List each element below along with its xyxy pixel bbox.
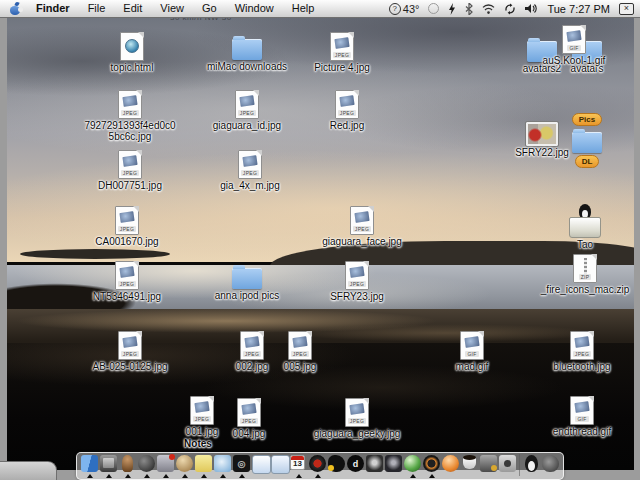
dock-item-target-icon[interactable] [308, 453, 327, 478]
apple-menu-icon[interactable] [10, 3, 21, 15]
desktop-icon-mad-gif[interactable]: GIFmad.gif [430, 331, 514, 372]
menu-item-view[interactable]: View [151, 0, 193, 17]
menu-item-finder[interactable]: Finder [27, 0, 79, 17]
weather-menu-item[interactable]: ? 43° [389, 2, 420, 15]
photo-stamp-icon [157, 455, 174, 472]
penguin-icon [525, 455, 538, 472]
menu-item-edit[interactable]: Edit [114, 0, 151, 17]
desktop-icon-folder-pills[interactable]: PicsDL [545, 112, 629, 169]
jpeg-file-icon: JPEG [288, 331, 312, 360]
weather-temperature: 43° [403, 3, 420, 15]
jpeg-file-icon: JPEG [335, 90, 359, 119]
desktop-icon-dh007751-jpg[interactable]: JPEGDH007751.jpg [88, 150, 172, 191]
desktop-icon-topic-html[interactable]: topic.html [90, 32, 174, 73]
dock-item-apple-window-icon[interactable] [498, 453, 517, 478]
bluetooth-status-icon[interactable] [465, 2, 473, 15]
moon-status-icon[interactable] [428, 2, 439, 15]
dock-item-document-icon[interactable] [251, 453, 270, 478]
calendar-icon: 13 [290, 455, 305, 470]
sync-status-icon[interactable] [504, 2, 516, 15]
desktop-icon-giaguara-face-jpg[interactable]: JPEGgiaguara_face.jpg [320, 206, 404, 247]
icon-label: NT5346491.jpg [93, 291, 161, 302]
jpeg-file-icon: JPEG [350, 206, 374, 235]
jpeg-file-icon: JPEG [235, 90, 259, 119]
desktop-icon-sfry23-jpg[interactable]: JPEGSFRY23.jpg [315, 261, 399, 302]
jpeg-file-icon: JPEG [570, 331, 594, 360]
desktop-icon-anna-ipod-pics[interactable]: anna ipod pics [205, 264, 289, 301]
desktop-icon-giaguara-id-jpg[interactable]: JPEGgiaguara_id.jpg [205, 90, 289, 131]
dock-item-runner-icon[interactable] [479, 453, 498, 478]
dock-item-finder-icon[interactable] [80, 453, 99, 478]
desktop-icon-gia-4x-m-jpg[interactable]: JPEGgia_4x_m.jpg [208, 150, 292, 191]
volume-status-icon[interactable] [525, 2, 538, 15]
desktop-icon-giaguara-geeky-jpg[interactable]: JPEGgiaguara_geeky.jpg [315, 398, 399, 439]
dock-item-orange-icon[interactable] [441, 453, 460, 478]
desktop-icon-endthread-gif[interactable]: GIFendthread.gif [540, 396, 624, 437]
dock-item-cat-icon[interactable] [327, 453, 346, 478]
dock-item-crystal-icon[interactable] [213, 453, 232, 478]
desktop-icon-ca001670-jpg[interactable]: JPEGCA001670.jpg [85, 206, 169, 247]
dock-item-document-icon-2[interactable] [270, 453, 289, 478]
desktop-icon-bluetooth-jpg[interactable]: JPEGbluetooth.jpg [540, 331, 624, 372]
dock-item-cloud-icon[interactable] [541, 453, 560, 478]
photo-thumb-glyph [241, 403, 256, 415]
menu-item-go[interactable]: Go [193, 0, 226, 17]
desktop-icon-tao[interactable]: Tao [543, 204, 627, 250]
icon-label: auS.Kool-1.gif [543, 55, 606, 66]
desktop-icon-red-jpg[interactable]: JPEGRed.jpg [305, 90, 389, 131]
lens-icon [423, 455, 440, 472]
desktop-icon-picture-4-jpg[interactable]: JPEGPicture 4.jpg [300, 32, 384, 73]
weather-question-icon: ? [389, 3, 401, 15]
dock-item-globe-icon[interactable] [175, 453, 194, 478]
jpeg-file-icon: JPEG [237, 398, 261, 427]
dock-item-monitor-icon[interactable] [99, 453, 118, 478]
photo-thumb-glyph [242, 155, 257, 167]
icon-label: 7927291393f4ed0c0 5bc6c.jpg [84, 120, 175, 142]
desktop-icon-005-jpg[interactable]: JPEG005.jpg [258, 331, 342, 372]
desktop-icon-7927291393f4ed0c0-5bc6c-jpg[interactable]: JPEG7927291393f4ed0c0 5bc6c.jpg [88, 90, 172, 142]
zip-file-icon: ZIP [573, 254, 597, 283]
dock-item-calendar-icon[interactable]: 13 [289, 453, 308, 478]
icon-label: Tao [577, 239, 593, 250]
gif-file-icon: GIF [570, 396, 594, 425]
jpeg-file-icon: JPEG [238, 150, 262, 179]
dock-item-disc-d-icon[interactable]: d [346, 453, 365, 478]
menu-item-window[interactable]: Window [226, 0, 283, 17]
menu-item-file[interactable]: File [79, 0, 115, 17]
dock-item-penguin-icon[interactable] [522, 453, 541, 478]
battery-bolt-icon[interactable] [448, 2, 456, 15]
dock-item-compass-icon[interactable] [137, 453, 156, 478]
background-window-corner[interactable] [0, 461, 57, 480]
desktop-icon-notes[interactable]: Notes [156, 438, 240, 449]
dock-item-coffee-cup-icon[interactable] [460, 453, 479, 478]
compass-icon [138, 455, 155, 472]
input-menu-icon[interactable]: × [619, 3, 634, 15]
photo-thumb-glyph [566, 30, 581, 42]
icon-label: giaguara_face.jpg [322, 236, 402, 247]
wifi-status-icon[interactable] [482, 2, 495, 15]
desktop-icon-004-jpg[interactable]: JPEG004.jpg [207, 398, 291, 439]
monitor-icon [100, 455, 117, 472]
desktop-icon-nt5346491-jpg[interactable]: JPEGNT5346491.jpg [85, 261, 169, 302]
dock-item-stickies-icon[interactable] [194, 453, 213, 478]
jpeg-file-icon: JPEG [345, 261, 369, 290]
menu-clock[interactable]: Tue 7:27 PM [547, 3, 610, 15]
dock-item-portrait-icon[interactable] [365, 453, 384, 478]
jpeg-file-icon: JPEG [115, 206, 139, 235]
desktop-screen: 30 km/h NW 30 FinderFileEditViewGoWindow… [0, 0, 640, 480]
desktop-icon-aus-kool-1-gif[interactable]: GIFauS.Kool-1.gif [532, 25, 616, 66]
dock-item-portrait-icon-2[interactable] [384, 453, 403, 478]
icon-label: anna ipod pics [215, 290, 280, 301]
dock-item-statue-icon[interactable] [118, 453, 137, 478]
desktop-icon-ab-025-0125-jpg[interactable]: JPEGAB-025-0125.jpg [88, 331, 172, 372]
label-pill[interactable]: DL [575, 155, 600, 168]
dock-item-green-orb-icon[interactable] [403, 453, 422, 478]
menu-item-help[interactable]: Help [283, 0, 324, 17]
dock-item-lens-icon[interactable] [422, 453, 441, 478]
label-pill[interactable]: Pics [572, 113, 602, 126]
photo-thumb-glyph [122, 155, 137, 167]
desktop-icon-mimac-downloads[interactable]: miMac downloads [205, 35, 289, 72]
dock-item-photo-stamp-icon[interactable] [156, 453, 175, 478]
dock-item-record-icon[interactable]: ◎ [232, 453, 251, 478]
desktop-icon-fire-icons-mac-zip[interactable]: ZIP_fire_icons_mac.zip [543, 254, 627, 295]
